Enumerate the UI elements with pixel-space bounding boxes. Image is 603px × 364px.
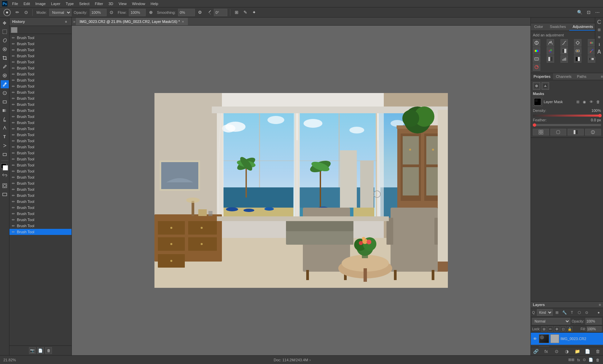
tab-overflow-btn[interactable]: » (73, 19, 76, 24)
vector-mask-icon[interactable] (542, 82, 549, 90)
menu-layer[interactable]: Layer (48, 1, 63, 6)
prop-panel-menu[interactable]: ≡ (601, 73, 603, 80)
history-item-25[interactable]: ✏Brush Tool (9, 186, 71, 192)
feather-slider[interactable] (533, 124, 601, 126)
delete-layer-btn[interactable]: 🗑 (595, 348, 601, 354)
layer-filter-adj[interactable]: 🔧 (562, 309, 568, 315)
refine-mask-btn[interactable] (533, 129, 549, 135)
history-item-8[interactable]: ✏Brush Tool (9, 83, 71, 89)
text-tool[interactable]: T (1, 133, 9, 141)
dodge-tool[interactable] (1, 115, 9, 123)
healing-tool[interactable] (1, 71, 9, 80)
menu-type[interactable]: Type (63, 1, 77, 6)
history-item-15[interactable]: ✏Brush Tool (9, 126, 71, 132)
timeline-btn[interactable]: ⊞⊞ (568, 358, 574, 362)
foreground-color[interactable] (1, 163, 8, 171)
color-lookup-btn[interactable] (533, 55, 540, 63)
angle-input[interactable] (214, 9, 227, 16)
menu-filter[interactable]: Filter (92, 1, 106, 6)
history-item-16[interactable]: ✏Brush Tool (9, 132, 71, 138)
view-mask-btn[interactable]: 👁 (588, 99, 594, 105)
brush-airbrush-toggle[interactable]: ⊙ (22, 9, 30, 16)
history-item-23[interactable]: ✏Brush Tool (9, 174, 71, 180)
select-and-mask-btn[interactable] (550, 129, 567, 135)
layer-filter-toggle[interactable]: ● (596, 309, 602, 315)
search-btn[interactable]: 🔍 (576, 9, 583, 16)
new-snapshot-btn[interactable]: 📷 (29, 347, 36, 354)
color-balance-btn[interactable] (547, 47, 554, 55)
smoothing-input[interactable] (178, 9, 195, 16)
extra-btn[interactable]: ⋯ (594, 9, 601, 16)
always-use-pressure[interactable]: ✦ (251, 9, 258, 16)
brush-mode-toggle[interactable]: ✏ (13, 9, 21, 16)
channel-mixer-btn[interactable] (588, 47, 595, 55)
menu-file[interactable]: File (9, 1, 21, 6)
layer-filter-pixel[interactable]: ⊞ (554, 309, 560, 315)
fx-btn[interactable]: fx (577, 358, 580, 362)
lock-artboard-btn[interactable]: ⊡ (561, 326, 566, 332)
menu-window[interactable]: Window (129, 1, 148, 6)
menu-select[interactable]: Select (77, 1, 92, 6)
swap-colors[interactable] (2, 173, 7, 178)
new-fill-adj-btn[interactable]: ◑ (564, 348, 570, 354)
history-menu-btn[interactable]: ≡ (63, 19, 69, 24)
history-item-31[interactable]: ✏Brush Tool (9, 223, 71, 229)
invert-mask-btn[interactable] (568, 129, 584, 135)
crop-tool[interactable] (1, 54, 9, 62)
bw-btn[interactable] (561, 47, 568, 55)
info-btn[interactable]: ℹ (596, 41, 603, 48)
layer-item-img0023[interactable]: 👁 IMG_0023.CR2 (531, 333, 603, 345)
new-layer-btn[interactable]: 📄 (584, 348, 591, 354)
history-item-13[interactable]: ✏Brush Tool (9, 114, 71, 120)
exposure-btn[interactable] (574, 39, 581, 47)
history-item-4[interactable]: ✏Brush Tool (9, 59, 71, 65)
mask-toggle[interactable] (1, 182, 9, 190)
document-tab[interactable]: IMG_0023.CR2 @ 21.8% (IMG_0023.CR2, Laye… (76, 18, 188, 25)
new-group-btn[interactable]: 📁 (574, 348, 580, 354)
histogram-btn[interactable]: ≋ (596, 34, 603, 40)
mask-btn[interactable]: ⊙ (583, 358, 586, 362)
swatches-tab[interactable]: Swatches (546, 23, 569, 31)
eraser-tool[interactable] (1, 98, 9, 106)
layer-filter-smart[interactable]: ⊙ (584, 309, 590, 315)
feather-handle[interactable] (533, 123, 536, 127)
color-panel-btn[interactable]: C (596, 19, 603, 26)
pen-tool[interactable] (1, 124, 9, 132)
swatches-panel-btn[interactable]: ⊞ (596, 26, 603, 33)
tab-close-btn[interactable]: × (182, 20, 184, 24)
angle-btn[interactable] (205, 9, 212, 16)
move-tool[interactable]: ✥ (1, 19, 9, 27)
properties-tab[interactable]: Properties (531, 73, 553, 80)
history-item-11[interactable]: ✏Brush Tool (9, 101, 71, 108)
gradient-tool[interactable] (1, 107, 9, 115)
menu-view[interactable]: View (116, 1, 130, 6)
lasso-tool[interactable] (1, 36, 9, 44)
threshold-btn[interactable] (574, 55, 581, 63)
new-layer-status-btn[interactable]: 📄 (588, 358, 593, 362)
layer-filter-type[interactable]: T (569, 309, 575, 315)
history-item-32[interactable]: ✏Brush Tool (9, 229, 71, 235)
delete-history-btn[interactable]: 🗑 (45, 347, 52, 354)
history-item-3[interactable]: ✏Brush Tool (9, 53, 71, 59)
delete-status-btn[interactable]: 🗑 (596, 358, 600, 362)
history-item-21[interactable]: ✏Brush Tool (9, 162, 71, 168)
history-item-17[interactable]: ✏Brush Tool (9, 138, 71, 144)
link-layers-btn[interactable]: 🔗 (533, 348, 539, 354)
eyedropper-tool[interactable] (1, 63, 9, 71)
levels-btn[interactable] (547, 39, 554, 47)
history-item-9[interactable]: ✏Brush Tool (9, 89, 71, 95)
menu-help[interactable]: Help (148, 1, 161, 6)
disable-mask-btn[interactable]: ◉ (581, 99, 587, 105)
menu-edit[interactable]: Edit (21, 1, 33, 6)
curves-btn[interactable] (561, 39, 568, 47)
symmetry-btn[interactable]: ⊞ (233, 9, 240, 16)
delete-mask-btn[interactable]: 🗑 (595, 99, 601, 105)
brightness-contrast-btn[interactable] (533, 39, 540, 47)
hsl-btn[interactable] (533, 47, 540, 55)
layers-panel-menu[interactable]: ≡ (599, 303, 601, 307)
history-item-18[interactable]: ✏Brush Tool (9, 144, 71, 150)
apply-mask-btn[interactable]: ⊞ (575, 99, 581, 105)
lock-position-btn[interactable]: ✥ (554, 326, 559, 332)
history-item-14[interactable]: ✏Brush Tool (9, 120, 71, 126)
screen-mode[interactable] (1, 190, 9, 199)
